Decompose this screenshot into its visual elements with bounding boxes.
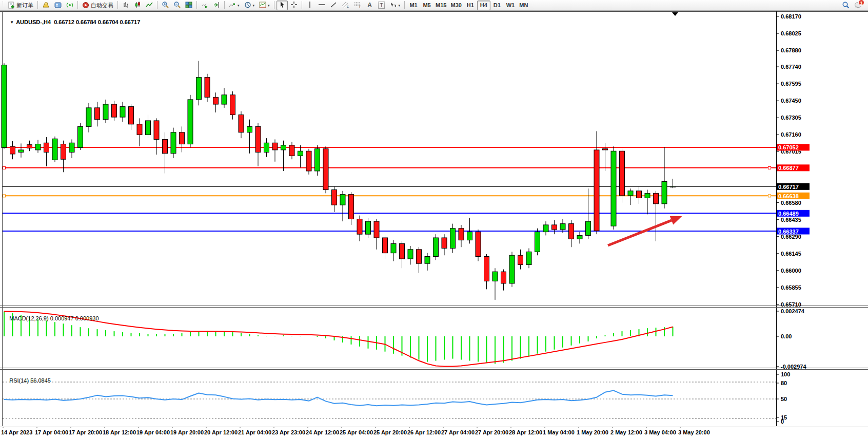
level-line-handle[interactable]: [3, 195, 6, 197]
candle-bull: [281, 145, 286, 150]
gold-bars-icon: [42, 2, 50, 9]
price-tick-label: 0.67595: [781, 81, 801, 87]
timeframe-button-mn[interactable]: MN: [517, 1, 530, 10]
candle-bull: [103, 104, 108, 120]
level-line-handle[interactable]: [768, 195, 771, 197]
candle-bear: [603, 149, 608, 150]
arrows-button[interactable]: ▾: [388, 1, 403, 10]
candle-bull: [433, 238, 439, 256]
equidistant-channel-button[interactable]: E: [340, 1, 351, 10]
macd-name: MACD(12,26,9): [9, 315, 48, 321]
toolbar-separator: [37, 1, 38, 9]
candle-bull: [535, 232, 540, 252]
market-watch-button[interactable]: [40, 1, 52, 10]
candle-bear: [213, 97, 219, 104]
main-toolbar: 新订单 自动交易 ▾: [0, 0, 868, 11]
toolbar-separator: [404, 1, 405, 9]
new-order-label: 新订单: [16, 2, 33, 9]
zoom-in-icon: [162, 1, 169, 9]
timeframe-label: W1: [506, 2, 515, 8]
rsi-tick-label: 100: [781, 371, 790, 377]
level-line-handle[interactable]: [3, 166, 6, 169]
equidistant-channel-icon: E: [342, 1, 349, 9]
candle-bull: [315, 149, 320, 171]
price-tick-label: 0.67160: [781, 131, 801, 138]
chart-shift-marker-icon[interactable]: [672, 12, 678, 16]
timeframe-button-m15[interactable]: M15: [433, 1, 448, 10]
toolbar-separator: [196, 1, 197, 9]
vertical-line-button[interactable]: [304, 1, 315, 10]
trend-arrow-head[interactable]: [670, 216, 682, 225]
timeframe-button-m1[interactable]: M1: [407, 1, 420, 10]
new-order-icon: [8, 2, 15, 9]
auto-trading-icon: [82, 2, 89, 9]
timeframe-label: H1: [467, 2, 474, 8]
level-line-handle[interactable]: [768, 166, 771, 169]
crosshair-button[interactable]: [288, 1, 300, 10]
line-chart-button[interactable]: [144, 1, 155, 10]
candle-bear: [289, 145, 294, 156]
candle-bull: [670, 186, 676, 187]
horizontal-line-button[interactable]: [316, 1, 327, 10]
auto-trading-label: 自动交易: [91, 2, 113, 9]
text-label-button[interactable]: T: [376, 1, 387, 10]
timeframe-button-h1[interactable]: H1: [464, 1, 477, 10]
timeframe-button-m5[interactable]: M5: [420, 1, 433, 10]
chart-canvas[interactable]: 0.681700.680250.678800.677400.675950.674…: [0, 11, 868, 438]
toolbar-separator: [117, 1, 118, 9]
new-order-button[interactable]: 新订单: [6, 1, 35, 10]
periods-button[interactable]: ▾: [242, 1, 257, 10]
collapse-triangle-icon[interactable]: ▼: [10, 20, 14, 25]
search-button[interactable]: [840, 1, 852, 10]
candle-bear: [357, 219, 362, 235]
candle-bear: [383, 238, 388, 253]
time-axis-label: 21 Apr 04:00: [238, 429, 271, 435]
templates-button[interactable]: ▾: [257, 1, 272, 10]
time-axis-label: 27 Apr 04:00: [441, 429, 475, 435]
cursor-button[interactable]: [277, 1, 288, 10]
chart-title: ▼AUDUSD-,H4 0.66712 0.66784 0.66704 0.66…: [4, 13, 140, 31]
time-axis-label: 25 Apr 20:00: [373, 429, 407, 435]
line-chart-icon: [146, 2, 153, 9]
signals-button[interactable]: [64, 1, 75, 10]
timeframe-label: M5: [423, 2, 430, 8]
notifications-button[interactable]: 1: [852, 1, 864, 10]
indicators-button[interactable]: ▾: [227, 1, 242, 10]
zoom-out-button[interactable]: [171, 1, 183, 10]
price-tick-label: 0.67450: [781, 98, 801, 104]
rsi-current-value: 56.0845: [30, 377, 51, 384]
trend-arrow-line[interactable]: [608, 220, 672, 245]
tile-windows-button[interactable]: [183, 1, 194, 10]
candle-bear: [180, 132, 185, 144]
candle-bear: [61, 144, 66, 160]
navigator-button[interactable]: [52, 1, 64, 10]
fibonacci-button[interactable]: F: [352, 1, 364, 10]
candle-bear: [417, 250, 422, 263]
timeframe-button-m30[interactable]: M30: [448, 1, 463, 10]
auto-trading-button[interactable]: 自动交易: [80, 1, 115, 10]
chart-shift-icon: [213, 2, 220, 9]
level-price-label: 0.66638: [778, 193, 799, 199]
chart-shift-button[interactable]: [211, 1, 222, 10]
text-button[interactable]: A: [364, 1, 376, 10]
crosshair-icon: [290, 1, 298, 9]
trendline-button[interactable]: [328, 1, 339, 10]
candle-bear: [323, 149, 328, 190]
toolbar-separator: [302, 1, 302, 9]
candlestick-chart-button[interactable]: [132, 1, 143, 10]
candle-bull: [86, 108, 91, 126]
timeframe-button-h4[interactable]: H4: [477, 1, 490, 10]
notification-badge: 1: [858, 0, 864, 6]
price-tick-label: 0.67880: [781, 47, 801, 53]
auto-scroll-button[interactable]: [199, 1, 210, 10]
time-axis-label: 19 Apr 04:00: [136, 429, 170, 435]
zoom-in-button[interactable]: [160, 1, 171, 10]
bar-chart-button[interactable]: [120, 1, 131, 10]
candle-bear: [137, 124, 142, 135]
candle-bull: [196, 78, 202, 100]
candle-bear: [442, 238, 447, 249]
candle-bull: [120, 107, 125, 118]
timeframe-button-d1[interactable]: D1: [490, 1, 504, 10]
timeframe-label: M30: [450, 2, 461, 8]
timeframe-button-w1[interactable]: W1: [504, 1, 517, 10]
